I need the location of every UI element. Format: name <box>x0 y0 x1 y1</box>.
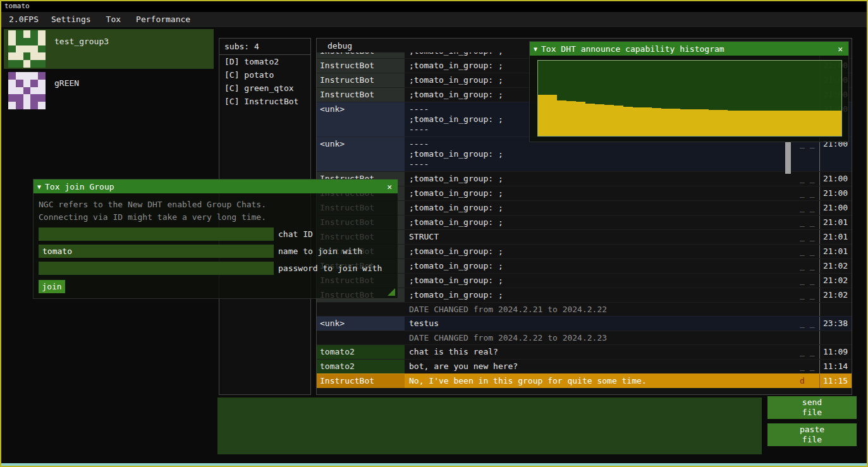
message-time: 11:14 <box>819 360 852 373</box>
message-text: bot, are you new here? <box>405 360 798 373</box>
histogram-bar <box>614 106 623 136</box>
join-info-text: Connecting via ID might take a very long… <box>39 211 393 224</box>
close-icon[interactable]: ✕ <box>836 44 845 54</box>
histogram-bar <box>747 111 756 136</box>
chat-id-label: chat ID <box>278 229 313 239</box>
histogram-bar <box>538 95 547 136</box>
histogram-bar <box>737 111 747 136</box>
histogram-bar <box>642 107 652 136</box>
message-flags: _ _ <box>798 288 819 302</box>
message-text: No, I've been in this group for quite so… <box>405 374 798 388</box>
group-avatar <box>8 72 46 109</box>
message-row[interactable]: <unk>testus_ _23:38 <box>317 316 852 331</box>
histogram-window-titlebar[interactable]: ▼ Tox DHT announce capability histogram … <box>530 42 848 56</box>
collapse-arrow-icon[interactable]: ▼ <box>534 45 537 52</box>
message-flags <box>798 303 819 316</box>
histogram-bars <box>538 61 841 136</box>
message-text: ;tomato_in_group: ; <box>405 215 798 229</box>
histogram-bar <box>604 105 614 136</box>
histogram-bar <box>822 111 832 136</box>
window-titlebar[interactable]: tomato <box>1 1 867 12</box>
subs-item-potato[interactable]: [C] potato <box>219 68 310 82</box>
message-sender: InstructBot <box>317 88 405 102</box>
window-title: tomato <box>4 2 30 10</box>
group-item-test_group3[interactable]: test_group3 <box>4 29 214 69</box>
message-row[interactable]: tomato2bot, are you new here?_ _11:14 <box>317 359 852 373</box>
message-text: ;tomato_in_group: ; <box>405 186 798 200</box>
menu-bar: 2.0FPS Settings Tox Performance <box>1 12 867 27</box>
group-item-green[interactable]: gREEN <box>4 71 214 111</box>
join-password-input[interactable] <box>39 262 274 275</box>
message-sender: <unk> <box>317 317 405 331</box>
subs-count-title: subs: 4 <box>219 39 310 55</box>
subs-item-green_qtox[interactable]: [C] green_qtox <box>219 82 310 95</box>
chat-scrollbar-thumb[interactable] <box>785 142 791 174</box>
histogram-bar <box>576 102 585 136</box>
message-text: ;tomato_in_group: ; <box>405 288 798 302</box>
message-sender: InstructBot <box>317 52 405 58</box>
join-window-titlebar[interactable]: ▼ Tox join Group ✕ <box>34 179 398 193</box>
message-flags: _ _ <box>798 274 819 288</box>
message-flags: _ _ <box>798 215 819 229</box>
message-text: ;tomato_in_group: ; <box>405 172 798 186</box>
message-flags <box>798 331 819 344</box>
message-flags: _ _ <box>798 172 819 186</box>
message-flags: _ _ <box>798 317 819 331</box>
resize-grip[interactable] <box>388 288 395 296</box>
message-sender: tomato2 <box>317 360 405 373</box>
menu-tox[interactable]: Tox <box>99 12 128 27</box>
menu-performance[interactable]: Performance <box>128 12 198 27</box>
message-flags: _ _ <box>798 137 819 171</box>
message-time: 21:02 <box>819 274 852 288</box>
histogram-bar <box>766 111 775 136</box>
message-sender <box>317 303 405 316</box>
message-row[interactable]: InstructBotNo, I've been in this group f… <box>317 373 852 388</box>
group-avatar <box>8 30 46 68</box>
subs-item-tomato2[interactable]: [D] tomato2 <box>219 55 310 68</box>
send-file-label-line1: send <box>802 397 822 408</box>
histogram-bar <box>775 111 785 136</box>
paste-file-button[interactable]: paste file <box>767 423 857 446</box>
message-flags: _ _ <box>798 186 819 200</box>
histogram-bar <box>652 108 661 136</box>
group-name: gREEN <box>46 71 79 111</box>
message-flags: d <box>798 374 819 388</box>
histogram-bar <box>709 110 718 136</box>
message-row[interactable]: tomato2chat is this real?_ _11:09 <box>317 344 852 359</box>
message-text: chat is this real? <box>405 345 798 359</box>
message-sender: InstructBot <box>317 73 405 87</box>
paste-file-label-line1: paste <box>800 425 824 435</box>
join-info-text: NGC refers to the New DHT enabled Group … <box>39 198 393 211</box>
message-time: 21:00 <box>819 186 852 200</box>
histogram-bar <box>557 100 566 136</box>
menu-settings[interactable]: Settings <box>44 12 99 27</box>
fps-counter: 2.0FPS <box>4 12 44 27</box>
histogram-bar <box>566 101 576 136</box>
collapse-arrow-icon[interactable]: ▼ <box>37 183 41 190</box>
message-time: 11:15 <box>819 374 852 388</box>
message-text: testus <box>405 317 798 331</box>
message-input[interactable] <box>217 397 762 454</box>
histogram-bar <box>623 107 633 136</box>
histogram-bar <box>785 111 794 136</box>
message-text: ----;tomato_in_group: ;---- <box>405 137 798 171</box>
message-text: ;tomato_in_group: ; <box>405 274 798 288</box>
close-icon[interactable]: ✕ <box>385 182 394 191</box>
bottom-border-strip <box>1 463 867 466</box>
date-separator-row: DATE CHANGED from 2024.2.21 to 2024.2.22 <box>317 302 852 316</box>
join-name-input[interactable] <box>39 245 274 258</box>
message-time <box>819 331 852 344</box>
histogram-bar <box>547 95 557 136</box>
message-time: 21:00 <box>819 137 852 171</box>
join-button[interactable]: join <box>39 280 65 293</box>
histogram-bar <box>690 109 699 136</box>
send-file-button[interactable]: send file <box>767 396 857 419</box>
chat-id-input[interactable] <box>39 227 274 241</box>
message-sender: <unk> <box>317 102 405 136</box>
message-sender: tomato2 <box>317 345 405 359</box>
send-file-label-line2: file <box>802 408 822 418</box>
histogram-bar <box>671 109 680 136</box>
subs-item-instructbot[interactable]: [C] InstructBot <box>219 95 310 108</box>
message-time: 21:01 <box>819 230 852 244</box>
message-flags: _ _ <box>798 245 819 258</box>
